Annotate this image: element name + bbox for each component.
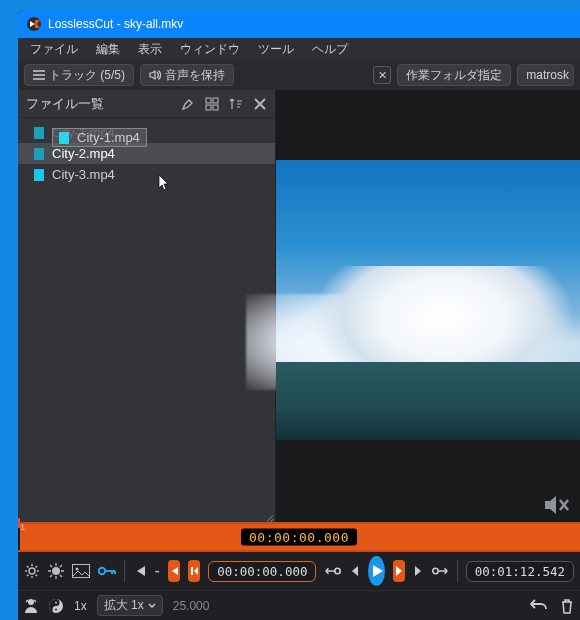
app-window: LosslessCut - sky-all.mkv ファイル 編集 表示 ウィン…	[18, 10, 580, 620]
svg-point-6	[52, 567, 60, 575]
svg-point-5	[29, 568, 35, 574]
list-item[interactable]: City-3.mp4	[18, 164, 275, 185]
sort-icon[interactable]	[229, 97, 243, 111]
svg-rect-4	[213, 105, 218, 110]
minus-label[interactable]: -	[155, 562, 160, 580]
image-icon[interactable]	[72, 562, 90, 580]
key-icon[interactable]	[98, 562, 116, 580]
timeline[interactable]: 1 00:00:00.000	[18, 522, 580, 552]
svg-rect-3	[206, 105, 211, 110]
sidebar-title: ファイル一覧	[26, 95, 104, 113]
tracks-button[interactable]: トラック (5/5)	[24, 64, 134, 86]
yinyang-icon[interactable]	[48, 598, 64, 614]
file-name: City-3.mp4	[52, 167, 115, 182]
clear-workfolder-button[interactable]: ✕	[373, 66, 391, 84]
file-icon	[34, 169, 44, 181]
prev-keyframe-button[interactable]	[168, 560, 180, 582]
menu-tools[interactable]: ツール	[250, 39, 302, 60]
file-icon	[34, 148, 44, 160]
fps-value: 25.000	[173, 599, 210, 613]
format-label: matrosk	[526, 68, 569, 82]
current-time-input[interactable]: 00:00:00.000	[208, 561, 316, 582]
zoom-select[interactable]: 拡大 1x	[97, 595, 163, 616]
titlebar[interactable]: LosslessCut - sky-all.mkv	[18, 10, 580, 38]
mute-icon[interactable]	[544, 494, 572, 516]
gear-icon[interactable]	[24, 562, 40, 580]
svg-point-12	[28, 599, 34, 605]
zoom-select-label: 拡大 1x	[104, 597, 144, 614]
step-fwd-icon[interactable]	[413, 562, 423, 580]
key-back-icon[interactable]	[324, 562, 342, 580]
video-preview[interactable]	[276, 160, 580, 440]
svg-point-15	[55, 608, 57, 610]
app-icon	[26, 16, 42, 32]
key-fwd-icon[interactable]	[431, 562, 449, 580]
zoom-controls: 1x 拡大 1x 25.000	[18, 590, 580, 620]
sidebar-header: ファイル一覧	[18, 90, 275, 118]
hamburger-icon	[33, 70, 45, 80]
menu-edit[interactable]: 編集	[88, 39, 128, 60]
file-list: City-1.mp4 City-1.mp4 City-2.mp4 City-3.…	[18, 118, 275, 522]
divider	[124, 560, 125, 582]
toolbar: トラック (5/5) 音声を保持 ✕ 作業フォルダ指定 matrosk	[18, 60, 580, 90]
undo-icon[interactable]	[530, 598, 548, 614]
menu-view[interactable]: 表示	[130, 39, 170, 60]
chevron-down-icon	[148, 603, 156, 609]
file-name: City-1.mp4	[52, 125, 115, 140]
menu-file[interactable]: ファイル	[22, 39, 86, 60]
work-folder-button[interactable]: 作業フォルダ指定	[397, 64, 511, 86]
grid-icon[interactable]	[205, 97, 219, 111]
file-icon	[34, 127, 44, 139]
timeline-time: 00:00:00.000	[241, 529, 357, 546]
menubar: ファイル 編集 表示 ウィンドウ ツール ヘルプ	[18, 38, 580, 60]
set-start-button[interactable]	[188, 560, 200, 582]
format-select[interactable]: matrosk	[517, 64, 574, 86]
brightness-icon[interactable]	[48, 562, 64, 580]
sidebar: ファイル一覧 City-1.mp4 City-1.mp4 City-2.mp4 …	[18, 90, 276, 522]
svg-point-14	[55, 601, 57, 603]
trash-icon[interactable]	[560, 598, 574, 614]
svg-point-9	[99, 568, 105, 574]
close-icon[interactable]	[253, 97, 267, 111]
divider	[457, 560, 458, 582]
transport-controls: - 00:00:00.000 00:01:12.542	[18, 552, 580, 590]
body: ファイル一覧 City-1.mp4 City-1.mp4 City-2.mp4 …	[18, 90, 580, 522]
tracks-label: トラック (5/5)	[49, 67, 125, 84]
preview-pane	[276, 90, 580, 522]
window-title: LosslessCut - sky-all.mkv	[48, 17, 183, 31]
end-time-display[interactable]: 00:01:12.542	[466, 561, 574, 582]
person-icon[interactable]	[24, 598, 38, 614]
step-fwd-button[interactable]	[393, 560, 405, 582]
step-back-icon[interactable]	[350, 562, 360, 580]
menu-window[interactable]: ウィンドウ	[172, 39, 248, 60]
speaker-icon	[149, 69, 161, 81]
skip-start-icon[interactable]	[133, 562, 147, 580]
playhead[interactable]	[18, 518, 20, 528]
menu-help[interactable]: ヘルプ	[304, 39, 356, 60]
resize-handle[interactable]	[261, 508, 275, 522]
marker-icon[interactable]	[181, 97, 195, 111]
keep-audio-button[interactable]: 音声を保持	[140, 64, 234, 86]
file-name: City-2.mp4	[52, 146, 115, 161]
list-item[interactable]: City-1.mp4	[18, 122, 275, 143]
segment-index: 1	[20, 522, 25, 532]
svg-rect-1	[206, 98, 211, 103]
zoom-value: 1x	[74, 599, 87, 613]
play-button[interactable]	[368, 556, 385, 586]
list-item[interactable]: City-2.mp4	[18, 143, 275, 164]
svg-point-10	[335, 568, 340, 573]
work-folder-label: 作業フォルダ指定	[406, 67, 502, 84]
svg-rect-2	[213, 98, 218, 103]
svg-point-8	[76, 568, 79, 571]
keep-audio-label: 音声を保持	[165, 67, 225, 84]
svg-point-11	[433, 568, 438, 573]
svg-rect-7	[73, 565, 90, 578]
